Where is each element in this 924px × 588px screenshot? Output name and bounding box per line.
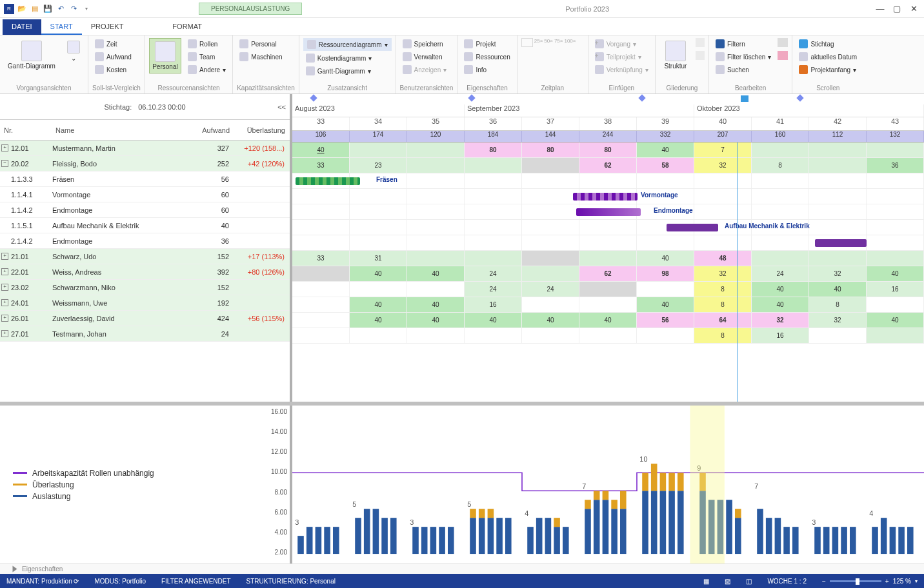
qat-more-icon[interactable]: ▾ bbox=[81, 4, 92, 14]
collapse-left-button[interactable]: << bbox=[277, 103, 286, 111]
view-icon-1[interactable]: ▦ bbox=[703, 578, 709, 585]
verknuepfung-button[interactable]: Verknüpfung ▾ bbox=[592, 64, 651, 75]
footer-props[interactable]: Eigenschaften bbox=[0, 564, 924, 574]
timeline-row[interactable]: 40404040405664323240 bbox=[292, 313, 924, 328]
timeline-row[interactable]: Aufbau Mechanik & Elektrik bbox=[292, 220, 924, 235]
scroll-start-button[interactable]: Projektanfang ▾ bbox=[796, 64, 859, 75]
table-row[interactable]: +27.01Testmann, Johan24 bbox=[0, 326, 290, 342]
timeline-row[interactable]: 24248404016 bbox=[292, 282, 924, 297]
timeline-row[interactable]: 404016408408 bbox=[292, 297, 924, 313]
suchen-button[interactable]: Suchen bbox=[713, 64, 774, 75]
col-name[interactable]: Name bbox=[53, 126, 188, 134]
maschinen-button[interactable]: Maschinen bbox=[237, 51, 285, 63]
table-row[interactable]: 1.1.4.2Endmontage60 bbox=[0, 202, 290, 218]
aufwand-button[interactable]: Aufwand bbox=[92, 51, 134, 63]
col-nr[interactable]: Nr. bbox=[0, 126, 53, 134]
table-row[interactable]: +12.01Mustermann, Martin327+120 (158...) bbox=[0, 141, 290, 156]
timeline-row[interactable]: Vormontage bbox=[292, 189, 924, 204]
outdent-icon[interactable] bbox=[696, 51, 705, 60]
scroll-stichtag-button[interactable]: Stichtag bbox=[796, 38, 859, 50]
timeline-row[interactable]: 40808080407 bbox=[292, 142, 924, 158]
table-row[interactable]: 2.1.4.2Endmontage36 bbox=[0, 233, 290, 249]
filter-loeschen-button[interactable]: Filter löschen ▾ bbox=[713, 51, 774, 63]
kap-personal-button[interactable]: Personal bbox=[237, 38, 285, 50]
table-row[interactable]: −20.02Fleissig, Bodo252+42 (120%) bbox=[0, 156, 290, 172]
open-icon[interactable]: 📂 bbox=[17, 4, 27, 14]
gantt-bar[interactable] bbox=[296, 177, 360, 185]
timeline-weeks[interactable]: 3334353637383940414243 bbox=[292, 117, 924, 130]
undo-icon[interactable]: ↶ bbox=[55, 4, 66, 14]
personal-button[interactable]: Personal bbox=[149, 38, 181, 74]
projekt-props-button[interactable]: Projekt bbox=[461, 38, 512, 50]
right-pane[interactable]: August 2023September 2023Oktober 2023 33… bbox=[292, 94, 924, 402]
maximize-button[interactable]: ▢ bbox=[889, 3, 905, 15]
zeitplan-group[interactable]: 25×50×75×100× bbox=[521, 38, 584, 83]
expand-toggle[interactable]: + bbox=[1, 268, 8, 275]
info-button[interactable]: Info bbox=[461, 64, 512, 75]
table-row[interactable]: 1.1.4.1Vormontage60 bbox=[0, 187, 290, 202]
save-icon[interactable]: 💾 bbox=[43, 4, 53, 14]
kosten-button[interactable]: Kosten bbox=[92, 64, 134, 75]
redo-icon[interactable]: ↷ bbox=[68, 4, 79, 14]
indent-icon[interactable] bbox=[696, 38, 705, 47]
gantt-bar[interactable] bbox=[573, 193, 638, 201]
team-button[interactable]: Team bbox=[185, 51, 228, 63]
tab-projekt[interactable]: PROJEKT bbox=[82, 19, 133, 35]
zoom-dropdown[interactable]: ▾ bbox=[915, 578, 918, 584]
anzeigen-button[interactable]: Anzeigen ▾ bbox=[400, 64, 450, 75]
col-ueberlastung[interactable]: Überlastung bbox=[234, 126, 289, 134]
teilprojekt-button[interactable]: +Teilprojekt ▾ bbox=[592, 51, 651, 63]
timeline-row[interactable]: 33314048 bbox=[292, 251, 924, 266]
chart-area[interactable]: 353547109734 bbox=[292, 406, 924, 564]
refresh-icon[interactable]: ⟳ bbox=[74, 578, 79, 585]
struktur-button[interactable]: Struktur bbox=[659, 38, 692, 72]
zoom-0-icon[interactable] bbox=[521, 38, 533, 47]
timeline-row[interactable]: Fräsen bbox=[292, 173, 924, 189]
timeline-row[interactable]: 404024629832243240 bbox=[292, 266, 924, 282]
ressourcen-props-button[interactable]: Ressourcen bbox=[461, 51, 512, 63]
table-row[interactable]: 1.1.5.1Aufbau Mechanik & Elektrik40 bbox=[0, 218, 290, 233]
table-row[interactable]: +26.01Zuverlaessig, David424+56 (115%) bbox=[0, 311, 290, 326]
timeline-row[interactable]: Endmontage bbox=[292, 204, 924, 220]
scroll-today-button[interactable]: aktuelles Datum bbox=[796, 51, 859, 63]
eraser-up-icon[interactable] bbox=[778, 38, 788, 47]
view-icon-2[interactable]: ▨ bbox=[725, 578, 730, 585]
gantt-diagramm-button[interactable]: Gantt-Diagramm bbox=[4, 38, 59, 72]
filtern-button[interactable]: Filtern bbox=[713, 38, 774, 50]
views-dropdown[interactable]: ⌄ bbox=[63, 38, 84, 64]
expand-toggle[interactable]: + bbox=[1, 330, 8, 337]
timeline-row[interactable]: 3323625832836 bbox=[292, 158, 924, 173]
timeline-row[interactable]: 816 bbox=[292, 328, 924, 344]
minimize-button[interactable]: — bbox=[872, 3, 888, 15]
gantt-bar[interactable] bbox=[667, 224, 718, 231]
speichern-button[interactable]: Speichern bbox=[400, 38, 450, 50]
context-tab[interactable]: PERSONALAUSLASTUNG bbox=[199, 3, 302, 15]
rollen-button[interactable]: Rollen bbox=[185, 38, 228, 50]
view-icon-3[interactable]: ◫ bbox=[746, 578, 752, 585]
expand-toggle[interactable]: + bbox=[1, 284, 8, 291]
table-row[interactable]: +24.01Weissmann, Uwe192 bbox=[0, 295, 290, 311]
zoom-in-button[interactable]: + bbox=[885, 578, 889, 585]
gantt-bar[interactable] bbox=[576, 208, 641, 216]
vorgang-button[interactable]: +Vorgang ▾ bbox=[592, 38, 651, 50]
gantt-zusatz-button[interactable]: Gantt-Diagramm ▾ bbox=[303, 65, 392, 77]
arrange-icon[interactable]: ▤ bbox=[30, 4, 40, 14]
expand-toggle[interactable]: + bbox=[1, 315, 8, 322]
expand-toggle[interactable]: + bbox=[1, 253, 8, 260]
eraser-icon[interactable] bbox=[778, 51, 788, 60]
expand-icon[interactable] bbox=[13, 566, 17, 573]
expand-toggle[interactable]: + bbox=[1, 299, 8, 306]
timeline-rows[interactable]: 408080804073323625832836FräsenVormontage… bbox=[292, 142, 924, 402]
zeit-button[interactable]: Zeit bbox=[92, 38, 134, 50]
tab-datei[interactable]: DATEI bbox=[3, 19, 41, 35]
table-row[interactable]: +22.01Weiss, Andreas392+80 (126%) bbox=[0, 264, 290, 280]
zoom-out-button[interactable]: − bbox=[822, 578, 826, 585]
ressourcendiagramm-button[interactable]: Ressourcendiagramm ▾ bbox=[303, 38, 392, 51]
timeline-row[interactable] bbox=[292, 235, 924, 251]
table-row[interactable]: +21.01Schwarz, Udo152+17 (113%) bbox=[0, 249, 290, 264]
expand-toggle[interactable]: + bbox=[1, 144, 8, 152]
tab-start[interactable]: START bbox=[41, 19, 82, 35]
gantt-bar[interactable] bbox=[815, 239, 867, 247]
kostendiagramm-button[interactable]: Kostendiagramm ▾ bbox=[303, 52, 392, 64]
expand-toggle[interactable]: − bbox=[1, 160, 8, 167]
